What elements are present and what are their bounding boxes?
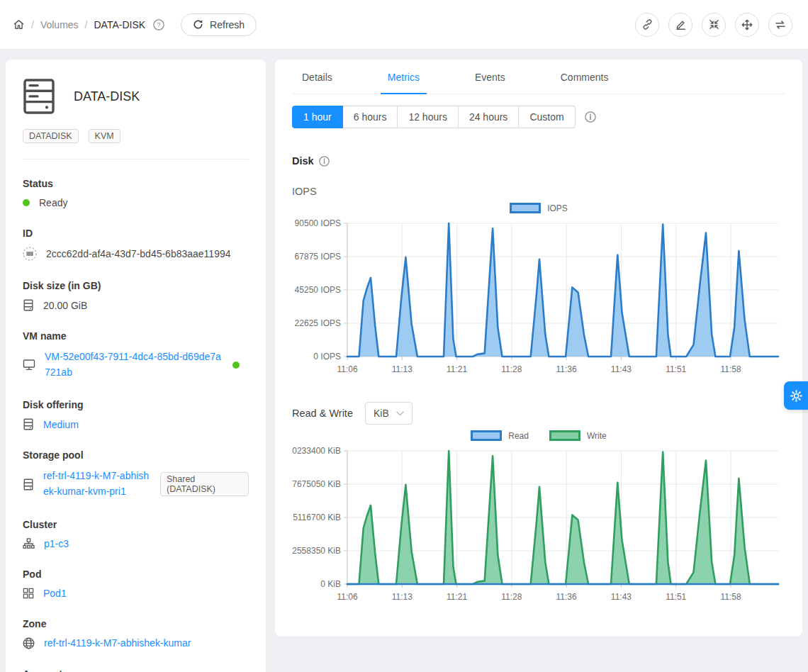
resize-volume-button[interactable] — [702, 13, 726, 37]
svg-text:22625 IOPS: 22625 IOPS — [295, 318, 341, 328]
resource-head: DATA-DISK — [23, 78, 249, 115]
divider — [23, 159, 249, 159]
vm-name-link[interactable]: VM-52e00f43-7911-4dc4-85bd-d69de7a721ab — [45, 349, 223, 380]
write-legend-label: Write — [587, 431, 607, 441]
svg-text:11:51: 11:51 — [666, 364, 686, 374]
svg-text:11:36: 11:36 — [556, 592, 577, 602]
cluster-icon — [23, 538, 35, 549]
time-range-12-hours[interactable]: 12 hours — [398, 106, 458, 128]
home-icon[interactable] — [13, 18, 25, 30]
time-range-1-hour[interactable]: 1 hour — [292, 106, 343, 128]
disk-heading-text: Disk — [292, 155, 314, 167]
settings-gear-button[interactable] — [784, 381, 808, 410]
field-account: Account admin — [23, 668, 249, 672]
refresh-button[interactable]: Refresh — [181, 13, 257, 36]
attach-link-button[interactable] — [635, 13, 659, 37]
tag-datadisk: DATADISK — [23, 129, 79, 143]
zone-label: Zone — [23, 618, 249, 629]
breadcrumb-separator: / — [85, 19, 88, 30]
field-pod: Pod Pod1 — [23, 569, 249, 599]
tab-bar: Details Metrics Events Comments — [292, 60, 785, 94]
info-circle-icon[interactable] — [319, 156, 330, 167]
storage-pool-link[interactable]: ref-trl-4119-k-M7-abhishek-kumar-kvm-pri… — [43, 469, 151, 499]
volume-icon — [23, 78, 55, 115]
info-circle-icon[interactable] — [585, 111, 596, 123]
volume-info-panel: DATA-DISK DATADISK KVM Status Ready ID 2… — [6, 60, 266, 672]
edit-button[interactable] — [668, 13, 692, 37]
time-range-24-hours[interactable]: 24 hours — [459, 106, 519, 128]
breadcrumb-current: DATA-DISK — [94, 19, 145, 30]
cluster-label: Cluster — [23, 519, 249, 530]
pod-label: Pod — [23, 569, 249, 580]
storage-icon — [23, 478, 34, 491]
refresh-label: Refresh — [210, 19, 245, 30]
svg-text:11:06: 11:06 — [337, 592, 357, 602]
id-value: 2ccc62dd-af4a-43d7-bd45-6b83aae11994 — [46, 248, 231, 259]
iops-chart-title: IOPS — [292, 186, 785, 197]
svg-text:2558350 KiB: 2558350 KiB — [292, 546, 341, 556]
svg-text:10233400 KiB: 10233400 KiB — [292, 446, 341, 456]
iops-legend-label: IOPS — [547, 203, 568, 213]
svg-text:11:43: 11:43 — [611, 364, 632, 374]
time-range-group: 1 hour 6 hours 12 hours 24 hours Custom — [292, 106, 576, 128]
zone-link[interactable]: ref-trl-4119-k-M7-abhishek-kumar — [44, 637, 191, 649]
disk-offering-label: Disk offering — [23, 399, 249, 410]
gear-icon — [790, 389, 803, 403]
iops-legend: IOPS — [292, 203, 785, 213]
unit-select-value: KiB — [374, 408, 389, 419]
hdd-icon — [23, 418, 34, 430]
readwrite-header-row: Read & Write KiB — [292, 402, 785, 425]
pencil-icon — [675, 18, 687, 30]
svg-text:0 IOPS: 0 IOPS — [313, 352, 341, 362]
svg-text:11:58: 11:58 — [720, 364, 741, 374]
barcode-icon — [23, 247, 37, 261]
svg-text:67875 IOPS: 67875 IOPS — [295, 252, 341, 262]
tab-metrics[interactable]: Metrics — [381, 60, 427, 94]
svg-text:11:58: 11:58 — [720, 592, 741, 602]
field-disk-offering: Disk offering Medium — [23, 399, 249, 430]
top-header: / Volumes / DATA-DISK ? Refresh — [0, 0, 808, 50]
tab-details[interactable]: Details — [295, 60, 340, 94]
storage-pool-label: Storage pool — [23, 449, 249, 461]
field-id: ID 2ccc62dd-af4a-43d7-bd45-6b83aae11994 — [23, 228, 249, 261]
account-label: Account — [23, 668, 249, 672]
svg-text:11:06: 11:06 — [337, 364, 357, 374]
svg-text:45250 IOPS: 45250 IOPS — [295, 285, 341, 295]
storage-pool-tag: Shared (DATADISK) — [160, 472, 249, 496]
cluster-link[interactable]: p1-c3 — [44, 538, 69, 549]
help-question-icon[interactable]: ? — [153, 19, 164, 30]
time-range-6-hours[interactable]: 6 hours — [343, 106, 398, 128]
svg-text:11:28: 11:28 — [501, 364, 522, 374]
field-vm-name: VM name VM-52e00f43-7911-4dc4-85bd-d69de… — [23, 330, 249, 380]
field-cluster: Cluster p1-c3 — [23, 519, 249, 549]
tab-comments[interactable]: Comments — [554, 60, 616, 94]
svg-text:?: ? — [157, 21, 160, 28]
grid-icon — [23, 588, 34, 599]
field-disk-size: Disk size (in GB) 20.00 GiB — [23, 280, 249, 311]
field-zone: Zone ref-trl-4119-k-M7-abhishek-kumar — [23, 618, 249, 649]
disk-size-label: Disk size (in GB) — [23, 280, 249, 291]
iops-legend-swatch — [510, 203, 541, 213]
swap-button[interactable] — [768, 13, 792, 37]
migrate-volume-button[interactable] — [735, 13, 759, 37]
disk-size-value: 20.00 GiB — [43, 300, 87, 311]
svg-text:90500 IOPS: 90500 IOPS — [295, 218, 341, 228]
unit-select[interactable]: KiB — [365, 402, 413, 425]
id-label: ID — [23, 228, 249, 239]
shrink-icon — [708, 18, 720, 30]
read-legend-swatch — [471, 430, 502, 441]
status-label: Status — [23, 178, 249, 189]
write-legend-swatch — [549, 430, 580, 441]
svg-text:11:21: 11:21 — [447, 364, 467, 374]
pod-link[interactable]: Pod1 — [43, 588, 67, 599]
tag-kvm: KVM — [89, 129, 120, 143]
breadcrumb-volumes-link[interactable]: Volumes — [40, 19, 79, 30]
vm-status-dot — [232, 362, 240, 369]
readwrite-legend: Read Write — [292, 430, 785, 441]
disk-offering-link[interactable]: Medium — [43, 419, 79, 430]
time-range-custom[interactable]: Custom — [519, 106, 575, 128]
svg-text:11:36: 11:36 — [556, 364, 577, 374]
tags-row: DATADISK KVM — [23, 129, 249, 143]
tab-events[interactable]: Events — [468, 60, 512, 94]
field-storage-pool: Storage pool ref-trl-4119-k-M7-abhishek-… — [23, 449, 249, 499]
